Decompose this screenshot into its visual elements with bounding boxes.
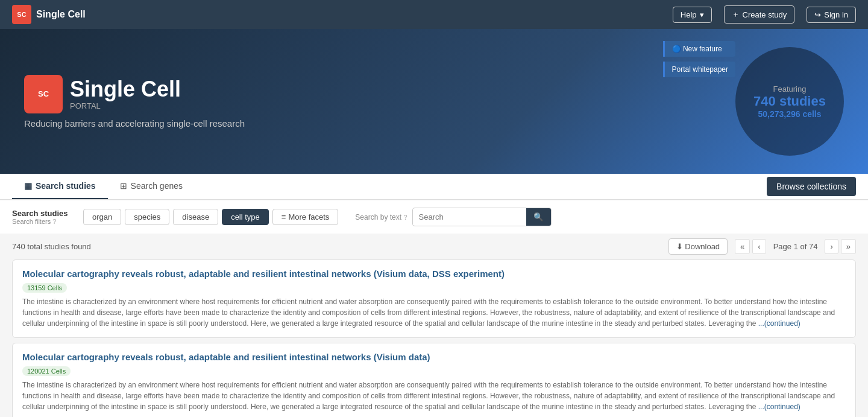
hero-title-line2: PORTAL (70, 101, 181, 110)
filter-buttons: organ species disease cell type ≡ More f… (83, 209, 338, 225)
search-area: Search studies Search filters ? organ sp… (0, 200, 868, 234)
text-help-icon[interactable]: ? (403, 214, 407, 221)
study-card[interactable]: Molecular cartography reveals robust, ad… (12, 343, 856, 417)
hero-badge-whitepaper[interactable]: Portal whitepaper (663, 62, 735, 77)
pagination: « ‹ Page 1 of 74 › » (735, 239, 856, 254)
logo-icon: SC (12, 5, 31, 24)
filter-disease[interactable]: disease (173, 209, 218, 225)
study-card[interactable]: Molecular cartography reveals robust, ad… (12, 259, 856, 338)
tab-search-studies[interactable]: ▦ Search studies (12, 174, 108, 199)
study-title[interactable]: Molecular cartography reveals robust, ad… (22, 269, 846, 279)
search-filters-label: Search studies (12, 209, 78, 218)
list-icon: ≡ (281, 212, 286, 221)
search-input[interactable] (413, 209, 526, 225)
help-label: Help (681, 10, 697, 19)
browse-collections-button[interactable]: Browse collections (767, 177, 856, 196)
page-last-button[interactable]: » (841, 239, 856, 254)
hero-section: SC Single Cell PORTAL Reducing barriers … (0, 29, 868, 174)
hero-tagline: Reducing barriers and accelerating singl… (24, 118, 245, 129)
chevron-down-icon: ▾ (700, 10, 704, 19)
filter-cell-type[interactable]: cell type (222, 209, 269, 225)
study-title[interactable]: Molecular cartography reveals robust, ad… (22, 352, 846, 362)
study-description: The intestine is characterized by an env… (22, 380, 846, 412)
tabs: ▦ Search studies ⊞ Search genes (12, 174, 195, 199)
results-total: 740 total studies found (12, 242, 91, 251)
hero-logo: SC Single Cell PORTAL (24, 75, 245, 113)
header: SC Single Cell Help ▾ ＋ Create study ↪ S… (0, 0, 868, 29)
hero-stats: Featuring 740 studies 50,273,296 cells (735, 47, 844, 156)
search-filters-sublabel: Search filters ? (12, 218, 78, 225)
browse-collections-area: Browse collections (767, 174, 856, 199)
help-button[interactable]: Help ▾ (673, 7, 712, 23)
sign-in-icon: ↪ (814, 10, 821, 19)
logo-text: Single Cell (36, 9, 86, 20)
hero-title-line1: Single Cell (70, 77, 181, 101)
hero-badges: 🔵 New feature Portal whitepaper (663, 41, 735, 77)
dna-icon: ⊞ (120, 181, 127, 191)
search-icon: 🔍 (533, 212, 544, 221)
filter-more-facets[interactable]: ≡ More facets (272, 209, 339, 225)
create-study-button[interactable]: ＋ Create study (724, 5, 795, 24)
hero-logo-text: Single Cell PORTAL (70, 77, 181, 110)
study-cells-badge: 120021 Cells (22, 366, 71, 376)
continued-link[interactable]: ...(continued) (758, 403, 800, 411)
header-logo: SC Single Cell (12, 5, 86, 24)
sign-in-label: Sign in (824, 10, 848, 19)
tab-search-genes-label: Search genes (131, 181, 183, 191)
create-study-label: Create study (743, 10, 787, 19)
page-first-button[interactable]: « (735, 239, 750, 254)
header-nav: Help ▾ ＋ Create study ↪ Sign in (673, 5, 856, 24)
continued-link[interactable]: ...(continued) (758, 319, 800, 328)
sign-in-button[interactable]: ↪ Sign in (807, 7, 856, 23)
hero-logo-icon: SC (24, 75, 63, 113)
results-controls: ⬇ Download « ‹ Page 1 of 74 › » (668, 238, 856, 255)
filters-row: Search studies Search filters ? organ sp… (12, 208, 856, 226)
search-input-wrap: 🔍 (412, 208, 552, 226)
hero-badge-new-feature[interactable]: 🔵 New feature (663, 41, 735, 57)
main-content: ▦ Search studies ⊞ Search genes Browse c… (0, 174, 868, 417)
filters-help-icon[interactable]: ? (52, 218, 56, 225)
studies-count: 740 studies (753, 94, 826, 109)
page-next-button[interactable]: › (825, 239, 838, 254)
study-description: The intestine is characterized by an env… (22, 296, 846, 329)
plus-icon: ＋ (732, 9, 740, 20)
search-submit-button[interactable]: 🔍 (526, 208, 551, 226)
filters-label-group: Search studies Search filters ? (12, 209, 78, 225)
tab-search-studies-label: Search studies (36, 181, 96, 191)
page-info: Page 1 of 74 (769, 242, 823, 251)
tab-search-genes[interactable]: ⊞ Search genes (108, 174, 195, 199)
grid-icon: ▦ (24, 181, 32, 191)
featuring-label: Featuring (773, 84, 807, 94)
study-list: Molecular cartography reveals robust, ad… (12, 259, 856, 417)
studies-label: studies (779, 94, 826, 109)
hero-content: SC Single Cell PORTAL Reducing barriers … (24, 75, 245, 129)
search-by-text-label: Search by text ? (355, 213, 407, 221)
cells-label: cells (802, 109, 821, 119)
more-facets-label: More facets (288, 212, 329, 221)
download-button[interactable]: ⬇ Download (668, 238, 728, 255)
results-info: 740 total studies found ⬇ Download « ‹ P… (12, 234, 856, 259)
filter-species[interactable]: species (125, 209, 169, 225)
filter-organ[interactable]: organ (83, 209, 121, 225)
search-by-text-area: Search by text ? 🔍 (355, 208, 551, 226)
cells-count: 50,273,296 cells (758, 109, 821, 119)
study-cells-badge: 13159 Cells (22, 283, 67, 293)
page-prev-button[interactable]: ‹ (752, 239, 766, 254)
